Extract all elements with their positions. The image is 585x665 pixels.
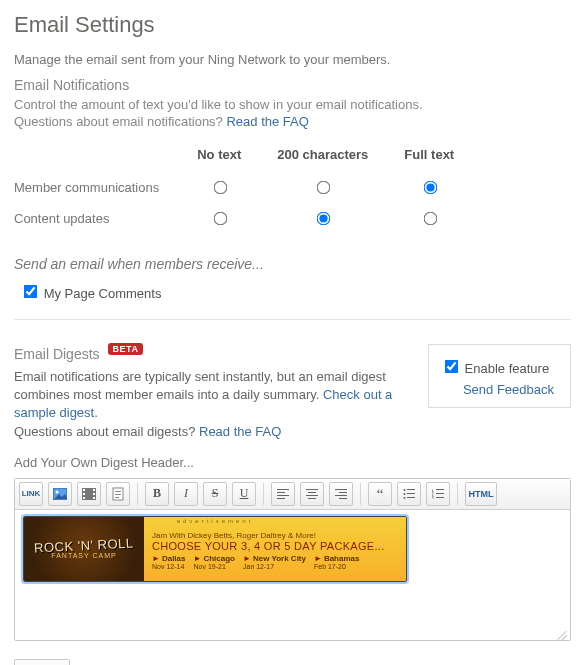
enable-feature-row[interactable]: Enable feature	[441, 361, 549, 376]
city-dates: Jan 12-17	[243, 563, 306, 570]
align-left-icon	[277, 489, 289, 499]
editor-toolbar: LINK B I S U	[15, 479, 570, 510]
svg-rect-32	[436, 489, 444, 490]
align-left-button[interactable]	[271, 482, 295, 506]
city-item: ►BahamasFeb 17-20	[314, 554, 360, 570]
svg-rect-17	[306, 489, 318, 490]
notifications-faq: Questions about email notifications? Rea…	[14, 114, 571, 129]
city-dates: Nov 19-21	[194, 563, 235, 570]
svg-rect-11	[115, 494, 121, 495]
number-list-button[interactable]: 123	[426, 482, 450, 506]
divider	[14, 319, 571, 320]
separator	[457, 483, 458, 505]
radio-content-200[interactable]	[317, 212, 331, 226]
city-item: ►New York CityJan 12-17	[243, 554, 306, 570]
svg-rect-30	[407, 497, 415, 498]
editor-canvas[interactable]: advertisement ROCK 'N' ROLL FANTASY CAMP…	[15, 510, 570, 640]
city-name: Bahamas	[324, 554, 360, 563]
svg-rect-28	[407, 493, 415, 494]
col-200-chars: 200 characters	[259, 143, 386, 172]
save-button[interactable]: Save	[14, 659, 70, 665]
notifications-faq-prefix: Questions about email notifications?	[14, 114, 226, 129]
align-right-icon	[335, 489, 347, 499]
number-list-icon: 123	[432, 489, 444, 499]
my-page-comments-checkbox[interactable]	[24, 285, 38, 299]
image-icon	[53, 488, 67, 500]
svg-rect-6	[93, 489, 95, 491]
radio-content-full[interactable]	[423, 212, 437, 226]
italic-button[interactable]: I	[174, 482, 198, 506]
media-button[interactable]	[77, 482, 101, 506]
notification-options-table: No text 200 characters Full text Member …	[14, 143, 472, 234]
my-page-comments-row[interactable]: My Page Comments	[20, 286, 161, 301]
file-button[interactable]	[106, 482, 130, 506]
quote-button[interactable]: “	[368, 482, 392, 506]
svg-rect-8	[93, 497, 95, 499]
svg-rect-24	[339, 498, 347, 499]
file-icon	[112, 487, 124, 501]
align-center-button[interactable]	[300, 482, 324, 506]
notifications-title: Email Notifications	[14, 77, 571, 93]
svg-point-29	[404, 497, 406, 499]
ad-label: advertisement	[24, 518, 406, 524]
radio-content-none[interactable]	[213, 212, 227, 226]
digests-faq-prefix: Questions about email digests?	[14, 424, 199, 439]
svg-point-1	[56, 490, 59, 493]
svg-rect-18	[308, 492, 316, 493]
col-no-text: No text	[179, 143, 259, 172]
row-label-content: Content updates	[14, 203, 179, 234]
enable-feature-checkbox[interactable]	[445, 360, 459, 374]
notifications-faq-link[interactable]: Read the FAQ	[226, 114, 308, 129]
table-row: Member communications	[14, 172, 472, 203]
table-row: Content updates	[14, 203, 472, 234]
underline-button[interactable]: U	[232, 482, 256, 506]
city-dates: Feb 17-20	[314, 563, 360, 570]
add-header-label: Add Your Own Digest Header...	[14, 455, 571, 470]
city-name: Dallas	[162, 554, 186, 563]
enable-feature-label: Enable feature	[465, 361, 550, 376]
rich-text-editor: LINK B I S U	[14, 478, 571, 641]
film-icon	[82, 488, 96, 500]
banner-brand-main: ROCK 'N' ROLL	[34, 536, 134, 554]
digests-faq-link[interactable]: Read the FAQ	[199, 424, 281, 439]
city-name: New York City	[253, 554, 306, 563]
align-right-button[interactable]	[329, 482, 353, 506]
digests-faq: Questions about email digests? Read the …	[14, 423, 571, 441]
align-center-icon	[306, 489, 318, 499]
digests-title: Email Digests	[14, 346, 100, 362]
svg-rect-22	[339, 492, 347, 493]
resize-handle[interactable]	[555, 625, 569, 639]
city-dates: Nov 12-14	[152, 563, 186, 570]
svg-rect-16	[277, 498, 285, 499]
svg-rect-23	[335, 495, 347, 496]
ad-banner[interactable]: advertisement ROCK 'N' ROLL FANTASY CAMP…	[23, 516, 407, 582]
row-label-member: Member communications	[14, 172, 179, 203]
image-button[interactable]	[48, 482, 72, 506]
banner-content: Jam With Dickey Betts, Roger Daltrey & M…	[144, 517, 406, 581]
svg-rect-12	[115, 497, 119, 498]
bullet-list-button[interactable]	[397, 482, 421, 506]
radio-member-full[interactable]	[423, 181, 437, 195]
separator	[263, 483, 264, 505]
html-button[interactable]: HTML	[465, 482, 497, 506]
banner-brand: ROCK 'N' ROLL FANTASY CAMP	[24, 517, 144, 581]
svg-rect-13	[277, 489, 289, 490]
intro-text: Manage the email sent from your Ning Net…	[14, 52, 571, 67]
svg-rect-19	[306, 495, 318, 496]
svg-rect-3	[83, 489, 85, 491]
svg-rect-26	[407, 489, 415, 490]
city-name: Chicago	[203, 554, 235, 563]
send-feedback-link[interactable]: Send Feedback	[463, 382, 554, 397]
radio-member-none[interactable]	[213, 181, 227, 195]
link-button[interactable]: LINK	[19, 482, 43, 506]
radio-member-200[interactable]	[317, 181, 331, 195]
my-page-comments-label: My Page Comments	[44, 286, 162, 301]
svg-point-27	[404, 493, 406, 495]
bullet-list-icon	[403, 489, 415, 499]
send-when-line: Send an email when members receive...	[14, 256, 571, 272]
strike-button[interactable]: S	[203, 482, 227, 506]
banner-line1: Jam With Dickey Betts, Roger Daltrey & M…	[152, 531, 400, 540]
bold-button[interactable]: B	[145, 482, 169, 506]
svg-rect-5	[83, 497, 85, 499]
svg-point-25	[404, 489, 406, 491]
